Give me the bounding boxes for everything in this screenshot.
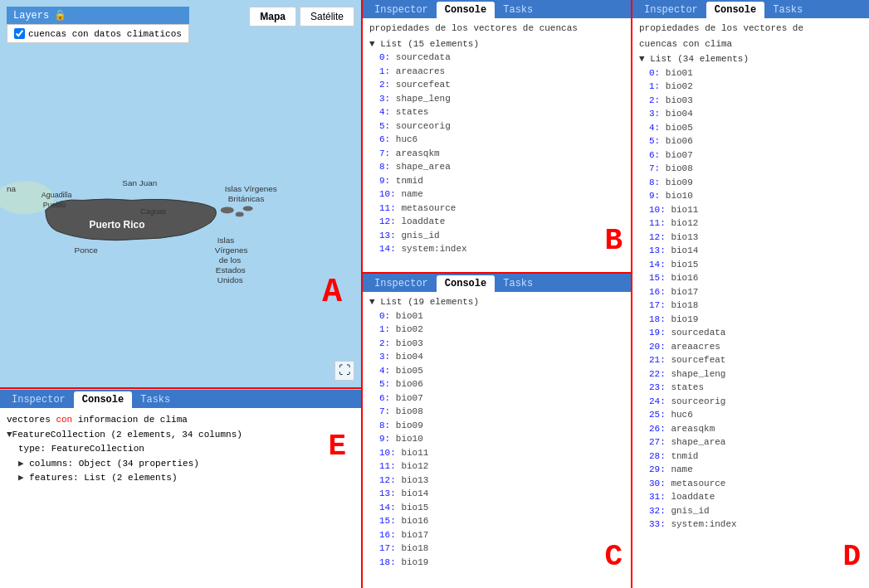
e-keyword: con: [56, 415, 72, 425]
panel-c-content: ▼ List (19 elements) 0: bio011: bio022: …: [363, 292, 631, 588]
tab-inspector-c[interactable]: Inspector: [366, 275, 437, 292]
section-label-e: E: [328, 423, 346, 471]
item-index: 9:: [379, 176, 390, 186]
item-value: loaddate: [401, 216, 445, 226]
item-index: 10:: [379, 448, 396, 458]
list-item: 26: areasqkm: [639, 422, 862, 436]
item-index: 6:: [379, 393, 390, 403]
map-label-estados: Estados: [216, 265, 246, 275]
tab-console-b[interactable]: Console: [437, 2, 495, 18]
tab-tasks-d[interactable]: Tasks: [764, 2, 811, 18]
list-item: 12: loaddate: [369, 215, 624, 229]
item-value: bio15: [401, 503, 428, 513]
e-features-triangle[interactable]: ▶: [18, 473, 24, 483]
item-index: 1:: [379, 66, 390, 76]
item-value: bio04: [666, 109, 693, 119]
item-index: 6:: [379, 134, 390, 144]
item-value: bio03: [396, 338, 423, 348]
item-index: 0:: [379, 311, 390, 321]
list-item: 7: bio08: [369, 405, 624, 419]
tab-inspector-d[interactable]: Inspector: [636, 2, 706, 18]
tab-tasks-c[interactable]: Tasks: [495, 275, 541, 292]
panel-c-items: 0: bio011: bio022: bio033: bio044: bio05…: [369, 309, 624, 570]
item-index: 5:: [379, 121, 390, 131]
item-value: areaacres: [396, 66, 445, 76]
list-item: 1: bio02: [639, 80, 862, 94]
item-index: 7:: [649, 163, 660, 173]
list-item: 29: name: [639, 463, 862, 477]
item-index: 23:: [649, 382, 666, 392]
fullscreen-button[interactable]: ⛶: [334, 361, 354, 381]
e-columns-triangle[interactable]: ▶: [18, 459, 24, 469]
middle-panel: Inspector Console Tasks propiedades de l…: [363, 0, 632, 588]
list-item: 27: shape_area: [639, 435, 862, 450]
item-value: bio18: [401, 543, 428, 553]
item-index: 7:: [379, 406, 390, 416]
map-label-unidos: Unidos: [217, 275, 243, 284]
tab-tasks-e[interactable]: Tasks: [132, 391, 178, 408]
c-list-header-text: List (19 elements): [380, 297, 479, 307]
tab-console-d[interactable]: Console: [706, 2, 764, 18]
panel-b-items: 0: sourcedata1: areaacres2: sourcefeat3:…: [369, 51, 624, 256]
tab-console-c[interactable]: Console: [437, 275, 495, 292]
item-value: bio17: [671, 287, 698, 297]
e-triangle[interactable]: ▼: [7, 430, 12, 440]
map-svg: na Aguadilla Pueblo San Juan Islas Vírge…: [0, 0, 361, 387]
panel-b-content: propiedades de los vectores de cuencas ▼…: [363, 18, 631, 272]
mapa-button[interactable]: Mapa: [249, 7, 296, 27]
item-index: 3:: [379, 352, 390, 362]
map-area: Mapa Satélite Layers 🔒 cuencas con datos…: [0, 0, 361, 389]
item-index: 18:: [379, 557, 396, 567]
e-title-line: vectores con informacion de clima: [7, 413, 354, 428]
item-value: gnis_id: [401, 231, 439, 241]
item-index: 11:: [379, 461, 396, 471]
layer-checkbox[interactable]: [14, 28, 25, 39]
panel-c: Inspector Console Tasks ▼ List (19 eleme…: [363, 274, 631, 588]
item-value: metasource: [671, 479, 725, 488]
panel-e-tabbar: Inspector Console Tasks: [0, 390, 361, 408]
tab-tasks-b[interactable]: Tasks: [495, 2, 541, 18]
item-index: 10:: [379, 189, 396, 199]
e-features-label: features:: [29, 473, 78, 483]
tab-console-e[interactable]: Console: [74, 391, 132, 408]
list-item: 4: bio05: [369, 364, 624, 378]
item-value: tnmid: [396, 176, 423, 186]
d-triangle[interactable]: ▼: [639, 54, 645, 64]
item-index: 4:: [649, 123, 660, 133]
c-list-header: ▼ List (19 elements): [369, 295, 624, 309]
b-triangle[interactable]: ▼: [369, 39, 375, 49]
item-value: bio19: [671, 314, 698, 324]
panel-d: Inspector Console Tasks propiedades de l…: [632, 0, 869, 588]
tab-inspector-e[interactable]: Inspector: [3, 391, 74, 408]
item-value: name: [671, 464, 692, 474]
item-value: bio12: [401, 461, 428, 471]
list-item: 11: bio12: [369, 459, 624, 474]
item-value: sourcefeat: [671, 355, 725, 365]
item-value: bio02: [666, 81, 693, 91]
b-title: propiedades de los vectores de cuencas: [369, 22, 624, 36]
e-type-value: FeatureCollection: [51, 444, 144, 454]
item-index: 15:: [649, 273, 666, 283]
c-triangle[interactable]: ▼: [369, 297, 375, 307]
b-list-header-text: List (15 elements): [380, 39, 479, 49]
satelite-button[interactable]: Satélite: [300, 7, 354, 27]
list-item: 10: bio11: [369, 446, 624, 460]
tab-inspector-b[interactable]: Inspector: [366, 2, 437, 18]
item-value: bio15: [671, 260, 698, 270]
list-item: 0: bio01: [639, 66, 862, 80]
item-index: 0:: [379, 52, 390, 62]
item-index: 11:: [649, 218, 666, 228]
item-value: bio05: [666, 123, 693, 133]
e-features-value: List (2 elements): [84, 473, 177, 483]
list-item: 1: areaacres: [369, 65, 624, 79]
panel-e: Inspector Console Tasks vectores con inf…: [0, 389, 361, 588]
list-item: 10: name: [369, 187, 624, 202]
d-title-line1: propiedades de los vectores de: [639, 22, 862, 36]
item-index: 21:: [649, 355, 666, 365]
item-index: 28:: [649, 451, 666, 461]
item-index: 22:: [649, 369, 666, 379]
list-item: 9: bio10: [369, 432, 624, 446]
section-label-b: B: [604, 219, 622, 264]
right-panels: Inspector Console Tasks propiedades de l…: [363, 0, 869, 588]
item-index: 10:: [649, 205, 666, 215]
